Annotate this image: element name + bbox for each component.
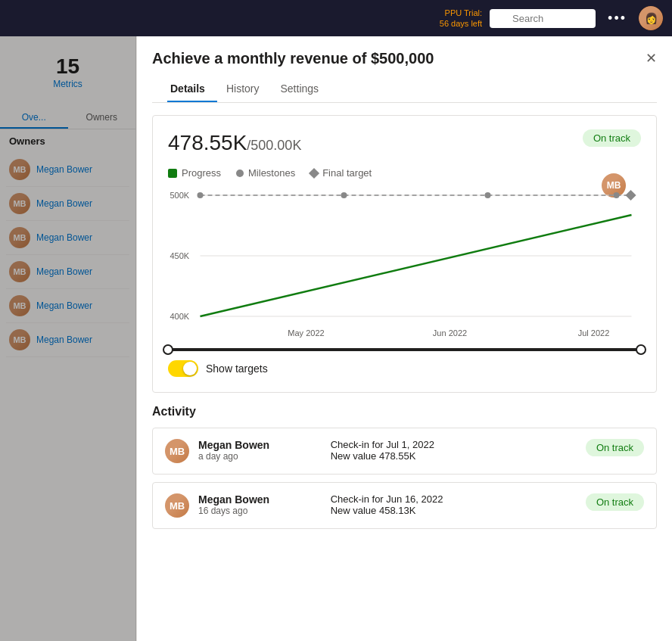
activity-details-1: Check-in for Jul 1, 2022 New value 478.5… bbox=[331, 439, 577, 462]
show-targets-toggle[interactable] bbox=[168, 360, 198, 377]
activity-check-2: Check-in for Jun 16, 2022 bbox=[331, 493, 577, 505]
more-options-button[interactable]: ••• bbox=[603, 9, 631, 28]
metric-value-text: 478.55K/500.00K bbox=[168, 131, 301, 155]
legend-progress-label: Progress bbox=[182, 167, 221, 179]
legend-milestones-label: Milestones bbox=[248, 167, 295, 179]
main-area: 15 Metrics Ove... Owners Owners MB Megan… bbox=[0, 36, 672, 641]
modal-title: Achieve a monthly revenue of $500,000 bbox=[152, 50, 657, 67]
activity-title: Activity bbox=[152, 405, 657, 419]
legend-milestones-dot bbox=[236, 170, 244, 177]
ppu-line1: PPU Trial: bbox=[440, 8, 482, 18]
activity-badge-wrap-2: On track bbox=[586, 493, 644, 511]
svg-point-9 bbox=[485, 192, 491, 198]
tab-details[interactable]: Details bbox=[167, 76, 217, 102]
legend-final-target-diamond bbox=[309, 167, 319, 178]
svg-rect-11 bbox=[625, 190, 636, 201]
metric-value-row: 478.55K/500.00K On track bbox=[168, 131, 641, 155]
avatar-face: 👩 bbox=[639, 6, 663, 30]
svg-text:Jul 2022: Jul 2022 bbox=[578, 328, 610, 338]
activity-name-1: Megan Bowen bbox=[198, 439, 322, 451]
activity-avatar-1: MB bbox=[165, 439, 189, 463]
chart-svg-wrapper: 500K 450K 400K bbox=[168, 188, 641, 342]
on-track-badge-top: On track bbox=[583, 131, 641, 145]
svg-text:May 2022: May 2022 bbox=[288, 328, 324, 338]
search-wrapper: 🔍 bbox=[490, 9, 596, 28]
activity-details-2: Check-in for Jun 16, 2022 New value 458.… bbox=[331, 493, 577, 516]
legend-final-target-label: Final target bbox=[322, 167, 372, 179]
svg-text:500K: 500K bbox=[170, 191, 190, 200]
tab-settings[interactable]: Settings bbox=[277, 76, 331, 102]
metric-current: 478.55K bbox=[168, 131, 247, 154]
modal-content: 478.55K/500.00K On track MB Progress bbox=[137, 103, 672, 641]
activity-card-2: MB Megan Bowen 16 days ago Check-in for … bbox=[152, 482, 657, 529]
chart-legend: Progress Milestones Final target bbox=[168, 167, 641, 179]
range-slider[interactable] bbox=[168, 348, 641, 351]
activity-time-2: 16 days ago bbox=[198, 506, 322, 516]
activity-value-1: New value 478.55K bbox=[331, 450, 577, 462]
svg-point-8 bbox=[341, 192, 347, 198]
svg-point-10 bbox=[614, 192, 620, 198]
show-targets-row: Show targets bbox=[168, 360, 641, 377]
chart-svg: 500K 450K 400K bbox=[168, 188, 641, 339]
ppu-trial-info: PPU Trial: 56 days left bbox=[440, 8, 482, 30]
legend-progress: Progress bbox=[168, 167, 221, 179]
range-thumb-right[interactable] bbox=[636, 344, 646, 355]
modal-panel: Achieve a monthly revenue of $500,000 ✕ … bbox=[136, 36, 672, 641]
user-avatar-top[interactable]: 👩 bbox=[639, 6, 663, 30]
legend-final-target: Final target bbox=[310, 167, 372, 179]
search-input[interactable] bbox=[490, 9, 596, 28]
modal-header: Achieve a monthly revenue of $500,000 ✕ … bbox=[137, 36, 672, 103]
svg-text:450K: 450K bbox=[170, 251, 190, 260]
tab-history[interactable]: History bbox=[223, 76, 272, 102]
activity-badge-1: On track bbox=[586, 439, 644, 456]
svg-text:400K: 400K bbox=[170, 312, 190, 321]
toggle-knob bbox=[183, 362, 197, 375]
activity-value-2: New value 458.13K bbox=[331, 505, 577, 516]
range-thumb-left[interactable] bbox=[163, 344, 173, 355]
show-targets-label: Show targets bbox=[206, 363, 268, 375]
activity-avatar-2: MB bbox=[165, 493, 189, 518]
activity-info-2: Megan Bowen 16 days ago bbox=[198, 493, 322, 516]
activity-info-1: Megan Bowen a day ago bbox=[198, 439, 322, 462]
modal-tabs: Details History Settings bbox=[152, 76, 657, 103]
top-navigation-bar: PPU Trial: 56 days left 🔍 ••• 👩 bbox=[0, 0, 672, 36]
range-track bbox=[168, 348, 641, 351]
activity-check-1: Check-in for Jul 1, 2022 bbox=[331, 439, 577, 450]
svg-point-7 bbox=[198, 192, 204, 198]
chart-container-relative: MB Progress Milestones Fi bbox=[168, 167, 641, 377]
legend-milestones: Milestones bbox=[236, 167, 295, 179]
activity-card-1: MB Megan Bowen a day ago Check-in for Ju… bbox=[152, 428, 657, 475]
close-button[interactable]: ✕ bbox=[642, 48, 660, 68]
svg-text:Jun 2022: Jun 2022 bbox=[433, 328, 467, 338]
ppu-line2: 56 days left bbox=[440, 18, 482, 29]
chart-card: 478.55K/500.00K On track MB Progress bbox=[152, 115, 657, 393]
metric-denominator: /500.00K bbox=[247, 138, 301, 153]
activity-time-1: a day ago bbox=[198, 451, 322, 462]
legend-progress-dot bbox=[168, 169, 177, 178]
on-track-badge-label: On track bbox=[583, 129, 641, 147]
activity-badge-2: On track bbox=[586, 493, 644, 511]
activity-name-2: Megan Bowen bbox=[198, 493, 322, 506]
activity-badge-wrap-1: On track bbox=[586, 439, 644, 456]
